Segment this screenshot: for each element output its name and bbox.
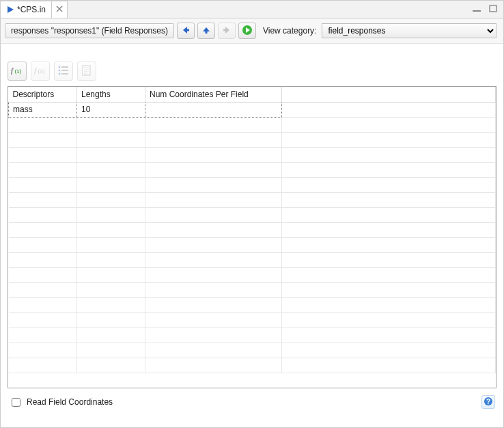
table-row[interactable]	[9, 207, 496, 222]
tab-bar: *CPS.in	[1, 1, 503, 18]
maximize-icon	[489, 5, 497, 14]
table-row[interactable]	[9, 358, 496, 373]
play-icon	[6, 5, 14, 14]
svg-text:?: ?	[486, 397, 490, 405]
footer: Read Field Coordinates ?	[1, 388, 503, 416]
table-row[interactable]	[9, 267, 496, 282]
cell-num-coords[interactable]	[145, 102, 282, 117]
run-button[interactable]	[238, 23, 256, 39]
breadcrumb[interactable]: responses "responses1" (Field Responses)	[5, 23, 174, 38]
view-category-select[interactable]: field_responses	[322, 23, 496, 38]
close-icon	[56, 5, 63, 14]
help-button[interactable]: ?	[481, 395, 495, 409]
minimize-icon	[473, 5, 481, 14]
svg-rect-4	[490, 5, 496, 12]
nav-up-button[interactable]	[197, 23, 215, 39]
help-icon: ?	[484, 397, 493, 408]
document-icon	[82, 65, 92, 78]
table-row[interactable]	[9, 312, 496, 327]
svg-marker-0	[8, 6, 14, 13]
table-row[interactable]	[9, 222, 496, 237]
fx-add-button[interactable]: f(x)	[8, 62, 27, 81]
svg-rect-6	[186, 29, 189, 31]
svg-rect-3	[473, 10, 481, 12]
table-header-row: Descriptors Lengths Num Coordinates Per …	[9, 87, 496, 102]
fx-remove-button[interactable]: f(x)	[31, 62, 50, 81]
arrow-right-icon	[222, 25, 232, 37]
svg-text:f: f	[11, 67, 14, 75]
table-row[interactable]	[9, 237, 496, 252]
view-category-select-wrap: field_responses	[322, 23, 496, 38]
table-row[interactable]	[9, 177, 496, 192]
table-row[interactable]	[9, 282, 496, 297]
list-icon	[58, 66, 69, 77]
table-row[interactable]	[9, 162, 496, 177]
svg-text:(x): (x)	[15, 68, 22, 75]
svg-point-17	[59, 66, 61, 68]
field-responses-table: Descriptors Lengths Num Coordinates Per …	[8, 86, 496, 388]
table-row[interactable]	[9, 117, 496, 132]
maximize-view-button[interactable]	[487, 5, 499, 14]
nav-back-button[interactable]	[177, 23, 195, 39]
nav-forward-button[interactable]	[218, 23, 236, 39]
document-button[interactable]	[77, 62, 96, 81]
table-row[interactable]	[9, 297, 496, 312]
col-descriptors[interactable]: Descriptors	[9, 87, 77, 102]
svg-rect-20	[61, 70, 68, 71]
tab-close-button[interactable]	[52, 1, 68, 18]
svg-point-21	[59, 72, 61, 75]
play-circle-icon	[242, 25, 253, 38]
col-num-coords[interactable]: Num Coordinates Per Field	[145, 87, 282, 102]
table-row[interactable]	[9, 343, 496, 358]
table-row[interactable]	[9, 252, 496, 267]
cell-descriptors[interactable]: mass	[9, 102, 77, 117]
table-row[interactable]	[9, 327, 496, 343]
cell-lengths[interactable]: 10	[77, 102, 145, 117]
read-field-coords-label: Read Field Coordinates	[27, 397, 113, 407]
fx-icon: f(x)	[11, 66, 23, 77]
arrow-left-icon	[181, 25, 191, 37]
tabbar-window-controls	[471, 1, 499, 18]
svg-text:f: f	[34, 67, 38, 75]
table-row[interactable]	[9, 147, 496, 162]
read-field-coords-checkbox[interactable]: Read Field Coordinates	[9, 396, 113, 409]
svg-rect-18	[61, 66, 68, 68]
table-row[interactable]	[9, 192, 496, 207]
read-field-coords-input[interactable]	[12, 398, 20, 407]
fx-disabled-icon: f(x)	[34, 66, 46, 77]
svg-point-19	[59, 69, 61, 71]
minimize-view-button[interactable]	[471, 5, 483, 14]
table-row[interactable]: mass 10	[9, 102, 496, 117]
body-area: f(x) f(x)	[1, 44, 503, 388]
cell-spacer	[282, 102, 496, 117]
svg-rect-10	[223, 29, 226, 31]
list-button[interactable]	[54, 62, 73, 81]
arrow-up-icon	[201, 25, 211, 37]
table-row[interactable]	[9, 132, 496, 147]
toolbar: responses "responses1" (Field Responses)…	[1, 18, 503, 44]
action-icon-row: f(x) f(x)	[8, 62, 496, 81]
tab-title: *CPS.in	[17, 5, 46, 14]
file-tab[interactable]: *CPS.in	[1, 1, 52, 18]
svg-rect-22	[61, 73, 68, 75]
svg-rect-8	[205, 31, 207, 34]
col-spacer	[282, 87, 496, 102]
col-lengths[interactable]: Lengths	[77, 87, 145, 102]
view-category-label: View category:	[263, 26, 317, 36]
svg-text:(x): (x)	[38, 68, 45, 75]
